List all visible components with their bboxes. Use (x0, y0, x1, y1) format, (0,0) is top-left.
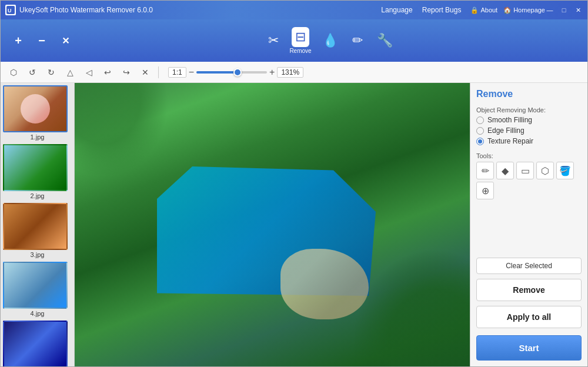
clear-selected-btn[interactable]: Clear Selected (476, 258, 582, 274)
brush-tool-btn[interactable]: ✏ (349, 31, 366, 51)
app-title: UkeySoft Photo Watermark Remover 6.0.0 (19, 6, 381, 14)
zoom-slider[interactable] (196, 67, 267, 78)
content-area: 1.jpg 2.jpg 3.jpg 4.jpg (1, 83, 587, 366)
crop-tool-btn[interactable]: ✂ (265, 31, 282, 51)
remove-tool-btn[interactable]: ⊟ Remove (289, 27, 311, 54)
thumbnail-image (3, 85, 68, 132)
about-link[interactable]: 🔒 About (470, 6, 497, 14)
window-controls: — □ ✕ (545, 5, 583, 15)
undo-icon: ↩ (104, 68, 111, 77)
smooth-filling-option[interactable]: Smooth Filling (476, 116, 582, 124)
thumbnail-label: 2.jpg (3, 192, 72, 199)
bucket-tool-btn[interactable]: 🪣 (556, 162, 574, 179)
edge-filling-option[interactable]: Edge Filling (476, 126, 582, 135)
magic-icon: ⊕ (482, 185, 489, 196)
svg-text:U: U (8, 8, 12, 14)
language-btn[interactable]: Language (381, 6, 412, 14)
add-file-btn[interactable]: + (8, 30, 29, 51)
smooth-radio[interactable] (476, 116, 484, 124)
repair-tool-btn[interactable]: 🔧 (373, 31, 396, 51)
canvas-background (75, 83, 470, 366)
flip-h-btn[interactable]: ◁ (81, 64, 97, 81)
close-file-btn[interactable]: ✕ (55, 30, 76, 51)
thumbnail-label: 1.jpg (3, 134, 72, 141)
start-btn[interactable]: Start (476, 335, 582, 361)
zoom-fill (196, 71, 239, 74)
plus-icon: + (15, 34, 22, 48)
fill-icon: ◆ (502, 165, 509, 176)
zoom-track (196, 71, 267, 74)
remove-tool-label: Remove (289, 48, 311, 54)
thumbnail-image (3, 144, 68, 191)
edge-radio[interactable] (476, 127, 484, 135)
app-logo: U (5, 5, 16, 15)
panel-title: Remove (476, 89, 582, 99)
rotate-right-btn[interactable]: ↻ (43, 64, 59, 81)
list-item[interactable]: 4.jpg (3, 262, 72, 317)
homepage-link[interactable]: 🏠 Homepage (503, 6, 545, 14)
zoom-control: 1:1 − + 131% (168, 67, 303, 78)
left-panel: 1.jpg 2.jpg 3.jpg 4.jpg (1, 83, 75, 366)
magic-tool-btn[interactable]: ⊕ (476, 182, 494, 199)
flip-v-btn[interactable]: △ (62, 64, 78, 81)
close-btn[interactable]: ✕ (573, 5, 583, 15)
minimize-btn[interactable]: — (545, 5, 554, 15)
list-item[interactable]: 3.jpg (3, 203, 72, 258)
remove-file-btn[interactable]: − (31, 30, 52, 51)
flip-h-icon: ◁ (86, 68, 92, 77)
nav-links: 🔒 About 🏠 Homepage (470, 6, 545, 14)
zoom-thumb[interactable] (233, 68, 242, 76)
pencil-icon: ✏ (482, 165, 489, 176)
repair-icon: 🔧 (377, 33, 393, 48)
grid-btn[interactable]: ⬡ (5, 64, 22, 81)
main-toolbar: + − ✕ ✂ ⊟ Remove (1, 19, 587, 62)
thumbnail-label: 4.jpg (3, 310, 72, 317)
redo-btn[interactable]: ↪ (118, 64, 135, 81)
undo-btn[interactable]: ↩ (99, 64, 116, 81)
zoom-in-btn[interactable]: + (269, 67, 275, 78)
titlebar: U UkeySoft Photo Watermark Remover 6.0.0… (1, 1, 587, 19)
zoom-fit-label[interactable]: 1:1 (168, 67, 186, 78)
radio-selected-dot (478, 139, 482, 144)
polygon-icon: ⬡ (541, 165, 549, 176)
remove-tool-icon: ⊟ (295, 29, 306, 44)
foliage-left (75, 83, 169, 177)
rotate-left-btn[interactable]: ↺ (24, 64, 41, 81)
thumbnail-label: 3.jpg (3, 251, 72, 258)
thumbnail-image (3, 203, 68, 250)
thumbnail-image (3, 262, 68, 309)
right-panel-spacer (476, 204, 582, 253)
cancel-selection-btn[interactable]: ✕ (137, 64, 153, 81)
polygon-tool-btn[interactable]: ⬡ (536, 162, 554, 179)
drop-tool-btn[interactable]: 💧 (319, 31, 342, 51)
tools-row: ✏ ◆ ▭ ⬡ 🪣 ⊕ (476, 162, 582, 199)
tools-section: Tools: ✏ ◆ ▭ ⬡ 🪣 ⊕ (476, 152, 582, 199)
apply-to-all-btn[interactable]: Apply to all (476, 306, 582, 328)
remove-btn[interactable]: Remove (476, 279, 582, 301)
lock-icon: 🔒 (470, 6, 479, 14)
bucket-icon: 🪣 (559, 165, 571, 176)
list-item[interactable]: 1.jpg (3, 85, 72, 141)
report-bugs-btn[interactable]: Report Bugs (422, 6, 462, 14)
thumbnail-list: 1.jpg 2.jpg 3.jpg 4.jpg (1, 83, 74, 366)
maximize-btn[interactable]: □ (559, 5, 569, 15)
rotate-right-icon: ↻ (48, 68, 55, 77)
fill-tool-btn[interactable]: ◆ (496, 162, 514, 179)
list-item[interactable]: 2.jpg (3, 144, 72, 199)
secondary-toolbar: ⬡ ↺ ↻ △ ◁ ↩ ↪ ✕ 1:1 − + 131% (1, 62, 587, 83)
file-actions: + − ✕ (8, 30, 76, 51)
smooth-filling-label: Smooth Filling (487, 116, 532, 124)
texture-repair-label: Texture Repair (487, 137, 533, 145)
list-item[interactable]: 6.jpg (3, 321, 72, 366)
texture-repair-option[interactable]: Texture Repair (476, 137, 582, 145)
home-icon: 🏠 (503, 6, 512, 14)
edge-filling-label: Edge Filling (487, 126, 524, 135)
texture-radio[interactable] (476, 138, 484, 145)
separator1 (158, 66, 159, 78)
zoom-out-btn[interactable]: − (189, 67, 194, 78)
object-removing-label: Object Removing Mode: (476, 106, 582, 114)
rect-tool-btn[interactable]: ▭ (516, 162, 534, 179)
pencil-tool-btn[interactable]: ✏ (476, 162, 494, 179)
drop-icon: 💧 (322, 33, 338, 48)
object-removing-section: Object Removing Mode: Smooth Filling Edg… (476, 106, 582, 145)
